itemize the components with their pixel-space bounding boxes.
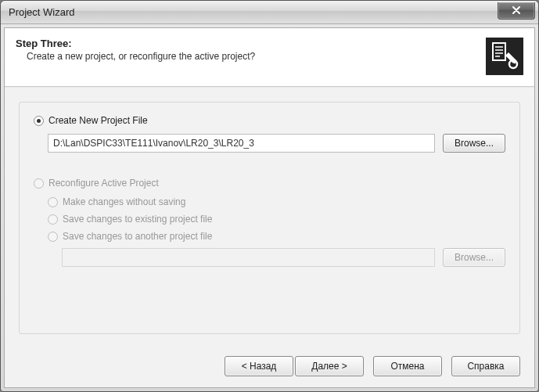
radio-save-existing: Save changes to existing project file — [48, 214, 505, 225]
radio-create-label: Create New Project File — [49, 115, 148, 126]
step-description: Create a new project, or reconfigure the… — [27, 51, 486, 62]
sub-option-label-3: Save changes to another project file — [63, 231, 212, 242]
radio-create-new-project[interactable]: Create New Project File — [34, 115, 505, 126]
browse-save-button: Browse... — [443, 248, 505, 267]
wizard-header: Step Three: Create a new project, or rec… — [5, 28, 534, 87]
radio-icon — [48, 197, 58, 207]
radio-icon — [48, 232, 58, 242]
project-path-input[interactable] — [48, 134, 435, 153]
wizard-body: Create New Project File Browse... Reconf… — [5, 87, 534, 348]
titlebar: Project Wizard — [1, 1, 538, 24]
back-button[interactable]: < Назад — [225, 356, 293, 376]
options-group: Create New Project File Browse... Reconf… — [19, 102, 520, 334]
window-title: Project Wizard — [9, 6, 498, 18]
svg-rect-0 — [493, 43, 505, 60]
radio-icon — [34, 116, 44, 126]
save-path-input — [62, 248, 435, 267]
reconfigure-sub-options: Make changes without saving Save changes… — [48, 196, 505, 267]
close-button[interactable] — [498, 2, 535, 20]
sub-option-label-1: Make changes without saving — [63, 196, 185, 207]
content-frame: Step Three: Create a new project, or rec… — [4, 27, 535, 388]
close-icon — [512, 6, 521, 14]
step-title: Step Three: — [16, 38, 486, 49]
wizard-footer: < Назад Далее > Отмена Справка — [5, 348, 534, 387]
cancel-button[interactable]: Отмена — [373, 356, 442, 376]
next-button[interactable]: Далее > — [295, 356, 364, 376]
project-wizard-window: Project Wizard Step Three: Create a new … — [0, 0, 539, 392]
wizard-icon-badge — [486, 38, 523, 75]
sub-option-label-2: Save changes to existing project file — [63, 214, 212, 225]
browse-button[interactable]: Browse... — [443, 134, 505, 153]
radio-save-another: Save changes to another project file — [48, 231, 505, 242]
wizard-header-text: Step Three: Create a new project, or rec… — [16, 38, 486, 62]
radio-icon — [34, 178, 44, 189]
radio-icon — [48, 214, 58, 225]
radio-make-changes-no-save: Make changes without saving — [48, 196, 505, 207]
help-button[interactable]: Справка — [451, 356, 520, 376]
radio-reconfigure-label: Reconfigure Active Project — [49, 178, 159, 189]
document-wrench-icon — [489, 40, 520, 74]
radio-reconfigure-project[interactable]: Reconfigure Active Project — [34, 178, 505, 189]
svg-point-2 — [512, 63, 515, 65]
